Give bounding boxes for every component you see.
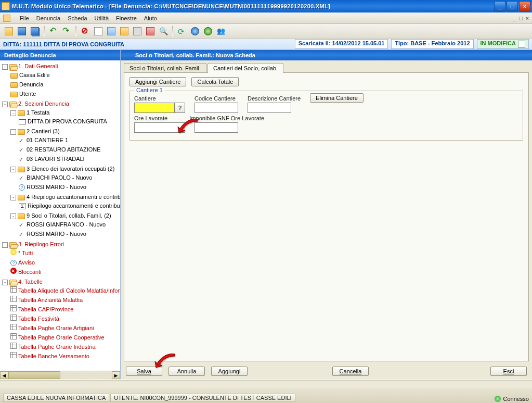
mdi-restore-button[interactable]: □ (519, 15, 523, 21)
esci-button[interactable]: Esci (490, 367, 527, 376)
ditta-label: DITTA: 111111 DITTA DI PROVA CONGRUITA (3, 41, 124, 47)
menu-app-icon (3, 15, 10, 22)
tab-soci-titolari[interactable]: Soci o Titolari, collab. Famil. (124, 63, 206, 73)
tree-item-cantiere-2[interactable]: 02 RESTAURO ABITAZIONE (19, 145, 119, 154)
red-arrow-annotation-1 (177, 117, 199, 134)
tree-node-cassa-edile[interactable]: Cassa Edile (10, 70, 119, 80)
scroll-left-icon[interactable]: ◄ (0, 371, 8, 379)
left-panel-title: Dettaglio Denuncia (0, 50, 120, 60)
cancella-button[interactable]: Cancella (332, 367, 369, 376)
tipo-pill: Tipo: BASE - Febbraio 2012 (391, 39, 473, 48)
tree-item-rossi-mario-soc[interactable]: ROSSI MARIO - Nuovo (19, 229, 119, 238)
tree-item-ditta-prova[interactable]: DITTA DI PROVA CONGRUITA (19, 117, 119, 126)
maximize-button[interactable]: □ (507, 1, 518, 11)
tree-node-denuncia[interactable]: Denuncia (10, 80, 119, 89)
descrizione-cantiere-input[interactable] (248, 103, 291, 113)
toolbar-save-icon[interactable] (16, 26, 28, 37)
menu-file[interactable]: File (20, 15, 29, 21)
table-icon (10, 314, 17, 321)
elimina-cantiere-button[interactable]: Elimina Cantiere (310, 93, 364, 103)
tree-node-tabelle[interactable]: -4. Tabelle Tabella Aliquote di Calcolo … (2, 277, 119, 361)
tree-item-bloccanti[interactable]: Bloccanti (10, 267, 119, 276)
toolbar-cancel-icon[interactable]: ⊘ (80, 26, 91, 37)
app-icon (2, 2, 10, 10)
tree-item-tutti[interactable]: * Tutti (10, 248, 119, 258)
tree-item-tabella-industria[interactable]: Tabella Paghe Orarie Industria (10, 342, 119, 351)
tree-item-avviso[interactable]: Avviso (10, 258, 119, 267)
check-icon (19, 156, 25, 162)
toolbar-export-icon[interactable] (145, 26, 156, 37)
tree-item-tabella-festivita[interactable]: Tabella Festività (10, 314, 119, 323)
aggiungi-cantiere-button[interactable]: Aggiungi Cantiere (129, 77, 186, 86)
status-cassa: CASSA EDILE NUOVA INFORMATICA (3, 394, 109, 402)
tree-item-rossi-gianfranco[interactable]: ROSSI GIANFRANCO - Nuovo (19, 220, 119, 229)
toolbar-undo-icon[interactable]: ↶ (48, 26, 59, 37)
codice-cantiere-label: Codice Cantiere (194, 95, 238, 102)
mdi-close-button[interactable]: × (526, 15, 529, 21)
right-panel-title: Soci o Titolari, collab. Famil.: Nuova S… (121, 50, 532, 60)
tree-item-tabella-anzianita[interactable]: Tabella Anzianità Malattia (10, 295, 119, 305)
tree-item-cantiere-3[interactable]: 03 LAVORI STRADALI (19, 154, 119, 163)
toolbar-print-icon[interactable] (132, 26, 143, 37)
menu-denuncia[interactable]: Denuncia (36, 15, 60, 21)
tree-item-cantiere-1[interactable]: 01 CANTIERE 1 (19, 135, 119, 145)
codice-cantiere-input[interactable] (194, 103, 238, 113)
stato-pill: IN MODIFICA (477, 39, 529, 48)
tree-node-sezioni-denuncia[interactable]: -2. Sezioni Denuncia -1 Testata DITTA DI… (2, 99, 119, 240)
toolbar-saveall-icon[interactable] (29, 26, 41, 37)
toolbar-edit-icon[interactable] (119, 26, 130, 37)
toolbar-web-icon[interactable] (189, 26, 201, 37)
close-button[interactable]: × (519, 1, 530, 11)
tree-node-cantieri[interactable]: -2 Cantieri (3) 01 CANTIERE 1 02 RESTAUR… (10, 127, 119, 164)
toolbar-users-icon[interactable]: 👥 (215, 26, 227, 37)
status-connesso: Connesso (503, 396, 529, 402)
tree-node-lavoratori[interactable]: -3 Elenco dei lavoratori occupati (2) BI… (10, 164, 119, 192)
cantiere-lookup-button[interactable]: ? (175, 103, 185, 113)
tree-node-dati-generali[interactable]: -1. Dati Generali Cassa Edile Denuncia U… (2, 61, 119, 99)
menu-scheda[interactable]: Scheda (68, 15, 87, 21)
tree-item-tabella-cap[interactable]: Tabella CAP/Province (10, 305, 119, 314)
toolbar-open-icon[interactable] (3, 26, 15, 37)
menu-utilita[interactable]: Utilità (95, 15, 109, 21)
menu-finestre[interactable]: Finestre (116, 15, 137, 21)
menu-aiuto[interactable]: Aiuto (144, 15, 157, 21)
imponibile-gnf-input[interactable] (194, 122, 238, 133)
tree-view[interactable]: -1. Dati Generali Cassa Edile Denuncia U… (0, 60, 120, 371)
toolbar-redo-icon[interactable]: ↷ (61, 26, 72, 37)
card-icon (19, 119, 26, 124)
red-arrow-annotation-2 (154, 352, 176, 369)
tree-item-rossi-mario-lav[interactable]: ROSSI MARIO - Nuovo (19, 182, 119, 192)
table-icon (10, 286, 17, 293)
tree-item-tabelle-banche[interactable]: Tabelle Banche Versamento (10, 351, 119, 361)
toolbar-calc-icon[interactable] (106, 26, 117, 37)
tree-node-riepilogo-acc[interactable]: -4 Riepilogo accantonamenti e contributi… (10, 192, 119, 211)
tree-node-soci-titolari[interactable]: -9 Soci o Titolari, collab. Famil. (2) R… (10, 211, 119, 239)
descrizione-cantiere-label: Descrizione Cantiere (248, 95, 301, 102)
bulb-icon (10, 249, 17, 255)
scroll-right-icon[interactable]: ► (112, 371, 120, 379)
minimize-button[interactable]: _ (494, 1, 505, 11)
tab-cantieri-socio[interactable]: Cantieri del Socio, collab. (207, 63, 283, 73)
toolbar-refresh-icon[interactable]: ⟳ (176, 26, 188, 37)
tree-node-riepilogo-errori[interactable]: -3. Riepilogo Errori * Tutti Avviso Bloc… (2, 240, 119, 277)
toolbar: ↶ ↷ ⊘ 🔍 ⟳ 👥 (0, 24, 532, 39)
tree-item-bianchi[interactable]: BIANCHI PAOLO - Nuovo (19, 173, 119, 182)
tree-node-utente[interactable]: Utente (10, 89, 119, 98)
toolbar-doc-icon[interactable] (93, 26, 104, 37)
tree-item-tabella-aliquote[interactable]: Tabella Aliquote di Calcolo Malattia/Inf… (10, 286, 119, 295)
tree-item-riepilogo-acc[interactable]: Riepilogo accantonamenti e contributi (19, 201, 119, 210)
check-icon (19, 147, 25, 153)
tree-item-tabella-artigiani[interactable]: Tabella Paghe Orarie Artigiani (10, 323, 119, 333)
window-titlebar: M.U.T. Modulo Unico Telematico - [File D… (0, 0, 532, 12)
tree-item-tabella-cooperative[interactable]: Tabella Paghe Orarie Cooperative (10, 333, 119, 342)
tree-horizontal-scrollbar[interactable]: ◄ ► (0, 371, 120, 379)
calcola-totale-button[interactable]: Calcola Totale (191, 77, 239, 86)
imponibile-gnf-label: ImpImponibile GNF Ore Lavorate (194, 115, 264, 121)
cantiere-input[interactable] (134, 103, 175, 113)
tree-node-testata[interactable]: -1 Testata DITTA DI PROVA CONGRUITA (10, 108, 119, 127)
toolbar-globe-icon[interactable] (202, 26, 214, 37)
toolbar-find-icon[interactable]: 🔍 (158, 26, 169, 37)
mdi-minimize-button[interactable]: _ (513, 15, 516, 21)
aggiungi-button[interactable]: Aggiungi (211, 367, 248, 376)
scroll-thumb[interactable] (8, 371, 60, 379)
